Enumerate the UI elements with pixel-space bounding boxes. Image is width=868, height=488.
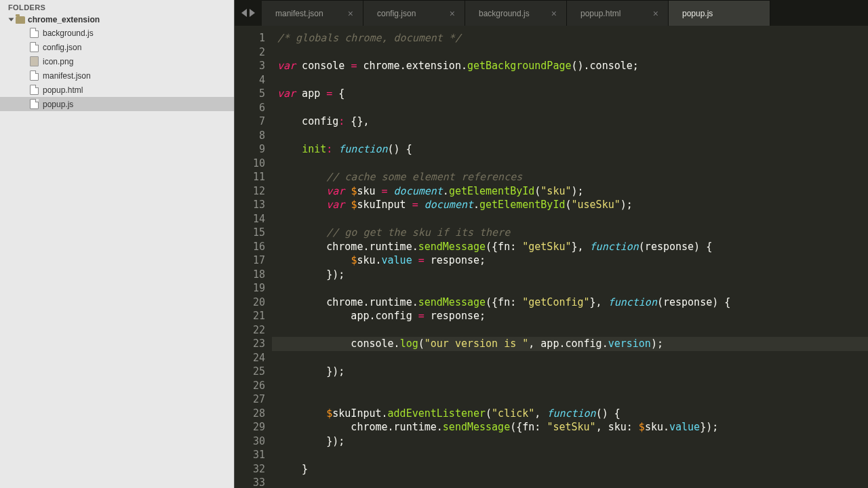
sidebar-header: FOLDERS (0, 0, 234, 14)
file-row[interactable]: config.json (0, 40, 234, 54)
tab-label: popup.js (682, 9, 713, 18)
line-gutter: 1234567891011121314151617181920212223242… (235, 26, 272, 488)
image-file-icon (30, 56, 39, 66)
file-label: manifest.json (43, 71, 91, 81)
file-icon (30, 85, 39, 95)
close-icon[interactable]: × (653, 8, 658, 19)
tab[interactable]: popup.js (669, 0, 770, 26)
nav-back-icon[interactable] (241, 9, 247, 17)
file-icon (30, 99, 39, 109)
file-row[interactable]: popup.js (0, 97, 234, 111)
code-area[interactable]: 1234567891011121314151617181920212223242… (235, 26, 868, 488)
nav-forward-icon[interactable] (250, 9, 255, 17)
tab-label: background.js (479, 9, 530, 18)
tab[interactable]: manifest.json× (262, 0, 363, 26)
folder-label: chrome_extension (28, 15, 100, 24)
file-label: config.json (43, 43, 81, 52)
tab-bar: manifest.json×config.json×background.js×… (235, 0, 868, 26)
tab-label: popup.html (580, 9, 620, 18)
file-label: background.js (43, 28, 94, 38)
file-label: popup.html (43, 85, 83, 95)
sidebar: FOLDERS chrome_extension background.jsco… (0, 0, 235, 488)
disclosure-triangle-icon[interactable] (9, 18, 14, 22)
file-label: icon.png (43, 57, 73, 66)
file-icon (30, 70, 39, 81)
tab[interactable]: popup.html× (567, 0, 669, 26)
editor: manifest.json×config.json×background.js×… (235, 0, 868, 488)
tab-label: manifest.json (275, 9, 323, 18)
close-icon[interactable]: × (551, 8, 557, 19)
tab[interactable]: background.js× (465, 0, 567, 26)
file-icon (30, 42, 39, 52)
folder-icon (16, 16, 25, 24)
code-content[interactable]: /* globals chrome, document */var consol… (272, 26, 730, 488)
file-row[interactable]: icon.png (0, 54, 234, 68)
close-icon[interactable]: × (450, 8, 455, 19)
file-row[interactable]: background.js (0, 26, 234, 40)
close-icon[interactable]: × (348, 8, 353, 19)
file-row[interactable]: popup.html (0, 83, 234, 97)
file-row[interactable]: manifest.json (0, 68, 234, 83)
file-icon (30, 28, 39, 38)
file-label: popup.js (43, 100, 73, 109)
tab[interactable]: config.json× (363, 0, 465, 26)
tab-label: config.json (377, 9, 416, 18)
folder-row[interactable]: chrome_extension (0, 14, 234, 26)
